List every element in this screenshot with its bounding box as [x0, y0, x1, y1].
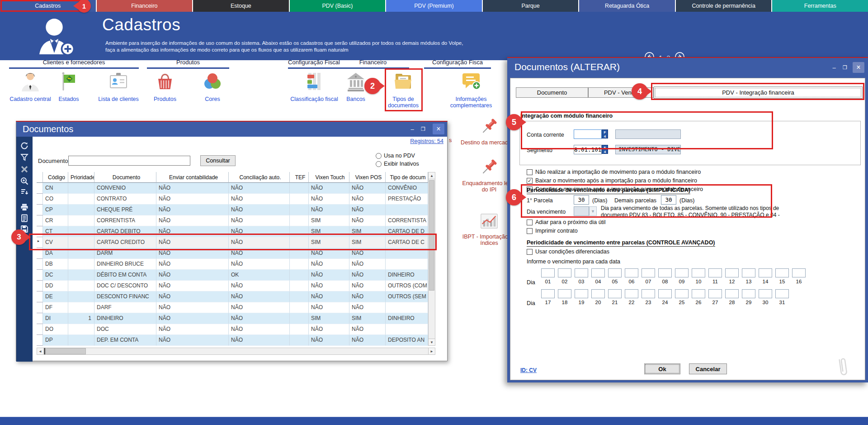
usar-condicoes-checkbox[interactable]: [527, 249, 533, 255]
day-input-12[interactable]: [725, 268, 739, 277]
module-tab-2[interactable]: Financeiro: [97, 0, 193, 12]
category-item-informa-es-complementares[interactable]: Informações complementares: [445, 71, 497, 109]
zoom-icon[interactable]: [20, 177, 29, 186]
table-cell[interactable]: CARTAO DE D: [386, 226, 428, 237]
table-cell[interactable]: 1: [68, 313, 94, 324]
table-cell[interactable]: NÃO: [156, 205, 229, 215]
day-input-01[interactable]: [541, 268, 555, 277]
table-cell[interactable]: NÃO: [349, 291, 386, 302]
option-1-checkbox[interactable]: [527, 220, 533, 225]
module-tab-8[interactable]: Controle de permanência: [676, 0, 772, 12]
refresh-icon[interactable]: [20, 141, 29, 150]
table-cell[interactable]: [68, 183, 94, 194]
day-input-30[interactable]: [759, 289, 772, 298]
record-id-link[interactable]: ID: CV: [520, 367, 537, 373]
scroll-down-icon[interactable]: ▼: [428, 339, 435, 346]
day-input-29[interactable]: [742, 289, 755, 298]
table-cell[interactable]: DEP. EM CONTA: [94, 335, 156, 346]
table-cell[interactable]: NÃO: [156, 335, 229, 346]
table-cell[interactable]: NÃO: [309, 335, 349, 346]
column-header-Vixen Touch[interactable]: Vixen Touch: [309, 172, 349, 183]
table-cell[interactable]: OUTROS (SEM: [386, 291, 428, 302]
table-cell[interactable]: DB: [43, 259, 68, 270]
table-cell[interactable]: [68, 215, 94, 226]
day-input-21[interactable]: [608, 289, 622, 298]
table-cell[interactable]: NÃO: [156, 259, 229, 270]
column-header-Tipo de docum[interactable]: Tipo de docum: [386, 172, 428, 183]
table-cell[interactable]: DÉBITO EM CONTA: [94, 270, 156, 281]
table-cell[interactable]: NÃO: [309, 183, 349, 194]
table-cell[interactable]: [68, 248, 94, 259]
table-cell[interactable]: CONVENIO: [94, 183, 156, 194]
table-cell[interactable]: DINHEIRO: [386, 270, 428, 281]
table-cell[interactable]: SIM: [309, 226, 349, 237]
table-cell[interactable]: [386, 248, 428, 259]
scroll-thumb[interactable]: [429, 180, 434, 291]
day-input-15[interactable]: [775, 268, 789, 277]
table-cell[interactable]: [68, 237, 94, 248]
table-cell[interactable]: NÃO: [156, 281, 229, 291]
category-item-lista-de-clientes[interactable]: Lista de clientes: [93, 71, 144, 102]
table-cell[interactable]: CONVÊNIO: [386, 183, 428, 194]
table-cell[interactable]: NÃO: [156, 226, 229, 237]
sort-icon[interactable]: [20, 187, 29, 196]
table-cell[interactable]: NÃO: [229, 302, 290, 313]
maximize-icon[interactable]: ❒: [418, 124, 428, 134]
column-header-Documento[interactable]: Documento: [94, 172, 156, 183]
table-cell[interactable]: DD: [43, 281, 68, 291]
table-cell[interactable]: DINHEIRO: [386, 313, 428, 324]
table-cell[interactable]: NÃO: [349, 194, 386, 205]
table-cell[interactable]: NÃO: [156, 237, 229, 248]
table-cell[interactable]: [68, 324, 94, 335]
table-cell[interactable]: [68, 226, 94, 237]
table-cell[interactable]: [290, 281, 309, 291]
table-cell[interactable]: NÃO: [156, 215, 229, 226]
dia-vencimento-select[interactable]: [574, 206, 589, 216]
table-cell[interactable]: CP: [43, 205, 68, 215]
day-input-03[interactable]: [575, 268, 588, 277]
table-cell[interactable]: [290, 183, 309, 194]
scroll-right-icon[interactable]: ►: [428, 348, 435, 355]
table-cell[interactable]: CORRENTISTA: [386, 215, 428, 226]
documentos-titlebar[interactable]: Documentos – ❒ ×: [16, 122, 447, 137]
table-cell[interactable]: PRESTAÇÃO: [386, 194, 428, 205]
clear-filter-icon[interactable]: [20, 165, 29, 174]
table-cell[interactable]: NÃO: [309, 248, 349, 259]
table-cell[interactable]: NÃO: [309, 194, 349, 205]
scroll-up-icon[interactable]: ▲: [428, 172, 435, 179]
table-cell[interactable]: [386, 302, 428, 313]
table-cell[interactable]: CN: [43, 183, 68, 194]
table-cell[interactable]: NÃO: [349, 270, 386, 281]
table-cell[interactable]: [290, 205, 309, 215]
day-input-10[interactable]: [692, 268, 705, 277]
module-tab-9[interactable]: Ferramentas: [772, 0, 868, 12]
table-cell[interactable]: NÃO: [309, 302, 349, 313]
table-cell[interactable]: DARF: [94, 302, 156, 313]
day-input-26[interactable]: [692, 289, 705, 298]
table-cell[interactable]: NÃO: [349, 335, 386, 346]
conta-corrente-f4-button[interactable]: F4: [602, 129, 608, 138]
table-cell[interactable]: CONTRATO: [94, 194, 156, 205]
category-item-produtos[interactable]: Produtos: [140, 71, 190, 102]
table-cell[interactable]: NÃO: [309, 281, 349, 291]
day-input-18[interactable]: [558, 289, 571, 298]
day-input-19[interactable]: [575, 289, 588, 298]
column-header-Conciliação auto.[interactable]: Conciliação auto.: [229, 172, 290, 183]
table-cell[interactable]: [290, 259, 309, 270]
table-cell[interactable]: [68, 291, 94, 302]
table-cell[interactable]: DO: [43, 324, 68, 335]
day-input-23[interactable]: [642, 289, 655, 298]
table-cell[interactable]: NÃO: [229, 281, 290, 291]
scroll-left-icon[interactable]: ◄: [37, 348, 44, 355]
day-input-08[interactable]: [658, 268, 672, 277]
day-input-09[interactable]: [675, 268, 689, 277]
minimize-icon[interactable]: –: [829, 62, 839, 72]
table-cell[interactable]: NÃO: [349, 205, 386, 215]
table-cell[interactable]: CARTAO DE C: [386, 237, 428, 248]
table-cell[interactable]: NÃO: [156, 270, 229, 281]
day-input-02[interactable]: [558, 268, 571, 277]
module-tab-7[interactable]: Retaguarda Ótica: [579, 0, 675, 12]
parcela1-input[interactable]: [574, 195, 589, 205]
table-cell[interactable]: [68, 259, 94, 270]
table-cell[interactable]: SIM: [309, 237, 349, 248]
